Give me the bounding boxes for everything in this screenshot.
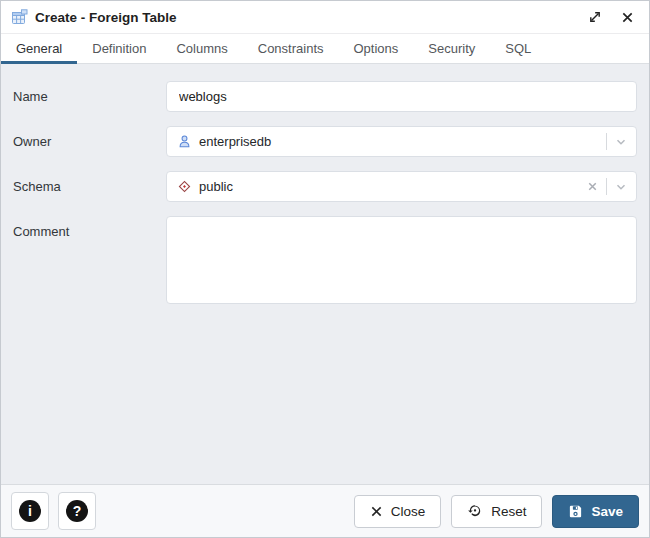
- select-separator: [606, 178, 607, 195]
- save-button[interactable]: Save: [552, 495, 639, 528]
- expand-icon[interactable]: [585, 7, 605, 27]
- help-button[interactable]: ?: [58, 492, 96, 530]
- close-x-icon: [370, 505, 383, 518]
- schema-icon: [177, 179, 192, 194]
- close-icon[interactable]: [617, 7, 637, 27]
- close-button[interactable]: Close: [354, 495, 442, 528]
- question-icon: ?: [66, 500, 88, 522]
- general-tab-panel: Name Owner enterprisedb: [1, 64, 649, 484]
- schema-select[interactable]: public: [166, 171, 637, 202]
- tab-general[interactable]: General: [1, 34, 77, 63]
- reset-icon: [467, 503, 483, 519]
- owner-select[interactable]: enterprisedb: [166, 126, 637, 157]
- comment-label: Comment: [13, 216, 166, 308]
- create-foreign-table-dialog: Create - Foreign Table General Definitio…: [0, 0, 650, 538]
- save-icon: [568, 504, 583, 519]
- tab-sql[interactable]: SQL: [490, 34, 546, 63]
- tab-constraints[interactable]: Constraints: [243, 34, 339, 63]
- comment-row: Comment: [13, 216, 637, 308]
- tab-columns[interactable]: Columns: [161, 34, 242, 63]
- owner-label: Owner: [13, 126, 166, 157]
- schema-label: Schema: [13, 171, 166, 202]
- name-label: Name: [13, 81, 166, 112]
- name-row: Name: [13, 81, 637, 112]
- comment-textarea[interactable]: [166, 216, 637, 304]
- name-input[interactable]: [166, 81, 637, 112]
- clear-icon[interactable]: [586, 180, 599, 193]
- owner-row: Owner enterprisedb: [13, 126, 637, 157]
- reset-button-label: Reset: [491, 504, 526, 519]
- foreign-table-icon: [11, 9, 28, 26]
- chevron-down-icon[interactable]: [614, 135, 628, 149]
- tab-security[interactable]: Security: [413, 34, 490, 63]
- dialog-title: Create - Foreign Table: [35, 10, 177, 25]
- tab-definition[interactable]: Definition: [77, 34, 161, 63]
- chevron-down-icon[interactable]: [614, 180, 628, 194]
- schema-row: Schema public: [13, 171, 637, 202]
- info-icon: i: [19, 500, 41, 522]
- select-separator: [606, 133, 607, 150]
- tab-options[interactable]: Options: [339, 34, 414, 63]
- reset-button[interactable]: Reset: [451, 495, 542, 528]
- sql-info-button[interactable]: i: [11, 492, 49, 530]
- dialog-tabs: General Definition Columns Constraints O…: [1, 34, 649, 64]
- user-icon: [177, 134, 192, 149]
- schema-value: public: [199, 179, 233, 194]
- dialog-titlebar: Create - Foreign Table: [1, 1, 649, 34]
- dialog-footer: i ? Close Reset: [1, 484, 649, 537]
- save-button-label: Save: [591, 504, 623, 519]
- owner-value: enterprisedb: [199, 134, 271, 149]
- close-button-label: Close: [391, 504, 426, 519]
